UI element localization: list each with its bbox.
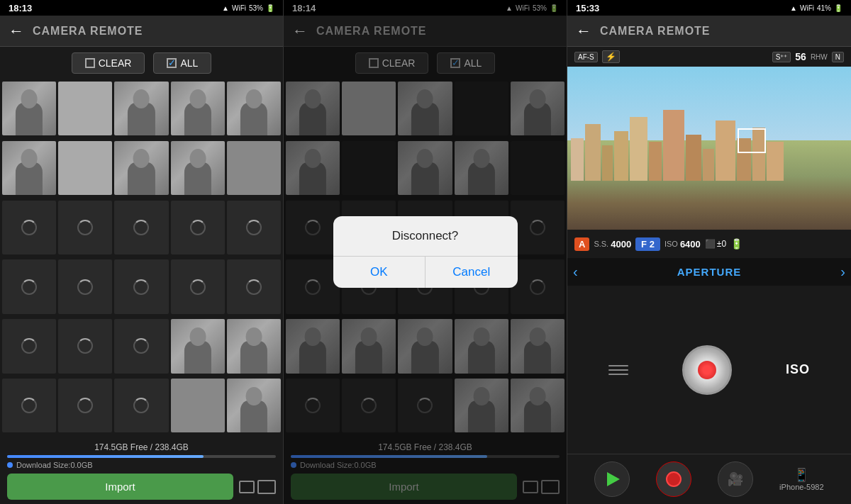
menu-line: [608, 365, 628, 366]
building: [649, 142, 662, 181]
phone-device-icon: 📱: [794, 467, 809, 483]
building: [716, 121, 735, 181]
phone-icon-1: [239, 481, 255, 493]
status-right-3: ▲ WiFi 41% 🔋: [790, 4, 842, 12]
grid-cell[interactable]: [171, 82, 225, 135]
grid-cell[interactable]: [171, 201, 225, 254]
photo-grid-1: [0, 79, 283, 438]
status-left-3: 15:33: [576, 3, 599, 13]
grid-cell[interactable]: [227, 141, 281, 195]
grid-cell[interactable]: [227, 82, 281, 135]
grid-cell[interactable]: [227, 319, 281, 373]
mode-next-button[interactable]: ›: [840, 264, 845, 280]
progress-bar-1: [7, 455, 276, 458]
grid-cell[interactable]: [2, 259, 56, 313]
disconnect-dialog: Disconnect? OK Cancel: [333, 216, 518, 288]
dialog-title: Disconnect?: [333, 216, 518, 249]
grid-cell[interactable]: [58, 379, 112, 432]
f-badge: F 2: [635, 237, 660, 251]
battery-3: 41%: [817, 4, 831, 12]
play-button[interactable]: [594, 461, 630, 497]
grid-cell[interactable]: [227, 201, 281, 254]
all-button-1[interactable]: ALL: [153, 52, 211, 74]
ss-label: S.S.: [594, 240, 608, 248]
building: [663, 110, 684, 181]
indicators-right: S⁺⁺ 56 RHW N: [772, 51, 844, 62]
ss-value: 4000: [611, 239, 631, 250]
grid-cell[interactable]: [58, 259, 112, 313]
f-label: F: [641, 239, 647, 250]
grid-cell[interactable]: [114, 379, 168, 432]
indicators-left: AF-S ⚡: [574, 50, 620, 63]
building: [614, 131, 628, 181]
grid-cell[interactable]: [171, 259, 225, 313]
mode-prev-button[interactable]: ‹: [573, 264, 578, 280]
focus-box: [738, 128, 766, 153]
menu-button[interactable]: [608, 365, 628, 375]
status-bar-1: 18:13 ▲ WiFi 53% 🔋: [0, 0, 283, 16]
grid-cell[interactable]: [114, 82, 168, 135]
signal-icon-1: ▲: [222, 4, 229, 12]
viewfinder: [567, 67, 851, 230]
clear-button-1[interactable]: CLEAR: [72, 52, 145, 74]
play-icon: [607, 472, 620, 486]
panel-footer-1: 174.5GB Free / 238.4GB Download Size:0.0…: [0, 438, 283, 504]
ev-value: ±0: [717, 239, 726, 249]
status-icons-1: ▲ WiFi 53% 🔋: [222, 4, 274, 12]
iso-value: 6400: [680, 239, 701, 250]
import-button-1[interactable]: Import: [7, 474, 233, 500]
capture-button[interactable]: [656, 461, 691, 497]
grid-cell[interactable]: [58, 82, 112, 135]
battery-icon-3: 🔋: [834, 4, 842, 12]
dialog-ok-button[interactable]: OK: [333, 257, 426, 288]
frame-count: 56: [795, 51, 806, 62]
device-icons-1: [239, 480, 276, 494]
building: [585, 124, 601, 181]
grid-cell[interactable]: [114, 201, 168, 254]
iso-setting: ISO 6400: [664, 239, 701, 250]
iso-display: ISO: [786, 362, 810, 377]
grid-cell[interactable]: [2, 82, 56, 135]
dialog-buttons: OK Cancel: [333, 256, 518, 288]
grid-cell[interactable]: [227, 259, 281, 313]
grid-cell[interactable]: [2, 379, 56, 432]
grid-cell[interactable]: [114, 141, 168, 195]
grid-cell[interactable]: [58, 319, 112, 373]
grid-cell[interactable]: [227, 379, 281, 432]
n-badge: N: [832, 52, 844, 62]
mode-selector: ‹ APERTURE ›: [567, 258, 851, 286]
wifi-icon-1: WiFi: [232, 4, 246, 12]
ev-icon: ⬛: [705, 239, 716, 249]
f-value: 2: [650, 239, 655, 250]
grid-cell[interactable]: [2, 319, 56, 373]
back-button-3[interactable]: ←: [576, 22, 591, 40]
building: [630, 117, 647, 181]
grid-cell[interactable]: [171, 379, 225, 432]
mode-badge: RHW: [811, 53, 828, 61]
mode-a-badge: A: [574, 237, 589, 251]
dialog-cancel-button[interactable]: Cancel: [425, 257, 518, 288]
back-button-1[interactable]: ←: [9, 22, 24, 40]
all-checkbox-1: [167, 58, 177, 68]
grid-cell[interactable]: [171, 141, 225, 195]
grid-cell[interactable]: [114, 259, 168, 313]
menu-line: [608, 369, 628, 371]
title-bar-1: ← CAMERA REMOTE: [0, 16, 283, 47]
capture-icon: [666, 471, 682, 487]
time-3: 15:33: [576, 3, 599, 13]
grid-cell[interactable]: [171, 319, 225, 373]
grid-cell[interactable]: [114, 319, 168, 373]
grid-cell[interactable]: [58, 141, 112, 195]
video-button[interactable]: 🎥: [718, 461, 753, 497]
storage-text-1: 174.5GB Free / 238.4GB: [7, 442, 276, 452]
grid-cell[interactable]: [58, 201, 112, 254]
battery-icon-1: 🔋: [266, 4, 274, 12]
building: [571, 138, 584, 181]
import-row-1: Import: [7, 474, 276, 500]
grid-cell[interactable]: [2, 141, 56, 195]
shutter-button[interactable]: [682, 345, 732, 395]
dialog-overlay: Disconnect? OK Cancel: [284, 0, 567, 504]
grid-cell[interactable]: [2, 201, 56, 254]
progress-fill-1: [7, 455, 204, 458]
controls-area: ISO: [567, 286, 851, 454]
